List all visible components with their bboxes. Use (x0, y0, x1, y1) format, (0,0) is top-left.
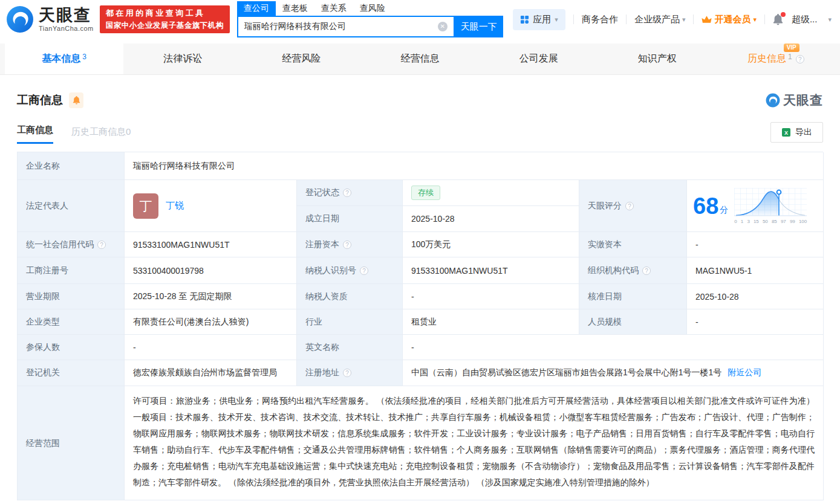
help-icon[interactable]: ? (343, 189, 351, 197)
label-reg-status: 登记状态 ? (297, 180, 403, 206)
label-approval-date: 核准日期 (579, 284, 687, 309)
tab-history-info[interactable]: VIP 历史信息 1 ? (717, 44, 835, 74)
field-label-text: 注册地址 (305, 367, 339, 378)
search-button[interactable]: 天眼一下 (455, 16, 503, 37)
value-business-term: 2025-10-28 至 无固定期限 (125, 284, 297, 309)
tab-legal-litigation[interactable]: 法律诉讼 (123, 44, 242, 74)
svg-text:X: X (784, 130, 788, 136)
value-reg-address: 中国（云南）自由贸易试验区德宏片区瑞丽市姐告会展路1号会展中心附1号一楼1号 附… (403, 360, 824, 386)
tab-intellectual-property[interactable]: 知识产权 (598, 44, 717, 74)
value-credit-code: 91533100MAG1NWU51T (125, 232, 297, 257)
label-credit-code: 统一社会信用代码 ? (18, 232, 125, 257)
search-area: 查公司 查老板 查关系 查风险 ✕ 天眼一下 (237, 1, 503, 37)
divider (764, 15, 765, 24)
header-nav: 应用 ▾ 商务合作 企业级产品 ▾ 开通会员 ▾ 超级... ▾ (513, 9, 832, 30)
value-taxpayer-id: 91533100MAG1NWU51T (403, 257, 579, 284)
label-est-date: 成立日期 (297, 206, 403, 232)
label-company-name: 企业名称 (18, 152, 125, 180)
nav-biz-cooperation[interactable]: 商务合作 (582, 14, 618, 25)
value-reg-authority: 德宏傣族景颇族自治州市场监督管理局 (125, 360, 297, 386)
legal-rep-link[interactable]: 丁锐 (166, 200, 184, 212)
value-org-code: MAG1NWU5-1 (687, 257, 824, 284)
tab-label: 经营风险 (282, 53, 321, 65)
score-axis-ticks: 0131550859799100 (734, 219, 807, 224)
promo-line1: 都在用的商业查询工具 (106, 8, 224, 19)
export-button[interactable]: X 导出 (770, 122, 823, 143)
nearby-companies-link[interactable]: 附近公司 (728, 367, 761, 378)
notification-bell-icon[interactable] (773, 14, 783, 25)
enterprise-label: 企业级产品 (634, 14, 680, 25)
watermark-logo-icon (766, 93, 780, 108)
label-company-type: 企业类型 (18, 309, 125, 335)
value-reg-status: 存续 (403, 180, 579, 206)
apps-label: 应用 (533, 14, 551, 25)
tab-count: 3 (82, 53, 86, 61)
tianyancha-logo[interactable]: 天眼查 TianYanCha.com (6, 5, 94, 33)
tab-count: 1 (788, 53, 792, 61)
tab-label: 基本信息 (42, 53, 80, 65)
help-icon[interactable]: ? (625, 202, 634, 210)
subtab-business-info[interactable]: 工商信息 (17, 124, 53, 144)
subtab-history-business-info[interactable]: 历史工商信息0 (71, 126, 131, 144)
nav-user-menu[interactable]: 超级... ▾ (792, 14, 832, 25)
help-icon[interactable]: ? (360, 267, 368, 275)
field-label-text: 天眼评分 (588, 201, 622, 212)
nav-open-vip[interactable]: 开通会员 ▾ (702, 14, 757, 25)
label-taxpayer-id: 纳税人识别号 ? (297, 257, 403, 284)
page: { "header": { "logo": { "brand": "天眼查", … (0, 0, 840, 504)
label-industry: 行业 (297, 309, 403, 335)
tab-label: 公司发展 (519, 53, 558, 65)
logo-brand-text: 天眼查 (39, 7, 94, 24)
search-tab-relation[interactable]: 查关系 (314, 1, 353, 16)
watermark-logo: 天眼查 (766, 92, 823, 109)
score-chart: 0131550859799100 (734, 188, 807, 224)
label-reg-capital: 注册资本 ? (297, 232, 403, 257)
business-info-table: 企业名称 瑞丽哈行网络科技有限公司 法定代表人 丁 丁锐 登记状态 ? 存续 成… (17, 152, 823, 500)
tianyancha-logo-icon (6, 5, 34, 33)
marker-pin (777, 190, 781, 194)
search-tabs: 查公司 查老板 查关系 查风险 (237, 1, 503, 16)
tab-company-development[interactable]: 公司发展 (480, 44, 598, 74)
help-icon[interactable]: ? (642, 267, 651, 275)
label-reg-address: 注册地址 ? (297, 360, 403, 386)
legal-rep-avatar[interactable]: 丁 (133, 193, 158, 219)
label-paid-capital: 实缴资本 (579, 232, 687, 257)
field-label-text: 纳税人识别号 (305, 265, 356, 276)
chevron-down-icon: ▾ (753, 16, 757, 24)
search-box: ✕ (237, 16, 455, 37)
label-org-code: 组织机构代码 ? (579, 257, 687, 284)
search-tab-boss[interactable]: 查老板 (276, 1, 314, 16)
field-label-text: 注册资本 (305, 239, 339, 250)
label-business-scope: 经营范围 (18, 386, 125, 500)
app-grid-icon (520, 15, 529, 24)
value-reg-capital: 100万美元 (403, 232, 579, 257)
value-approval-date: 2025-10-28 (687, 284, 824, 309)
help-icon[interactable]: ? (97, 241, 106, 249)
help-icon[interactable]: ? (343, 369, 351, 377)
export-label: 导出 (795, 127, 812, 138)
help-icon[interactable]: ? (796, 55, 804, 63)
value-reg-number: 533100400019798 (125, 257, 297, 284)
label-staff-size: 人员规模 (579, 309, 687, 335)
tab-basic-info[interactable]: 基本信息 3 (5, 44, 123, 74)
label-business-term: 营业期限 (18, 284, 125, 309)
score-unit: 分 (720, 205, 728, 216)
help-icon[interactable]: ? (343, 241, 351, 249)
apps-button[interactable]: 应用 ▾ (513, 9, 565, 30)
search-clear-icon[interactable]: ✕ (438, 22, 448, 31)
search-tab-risk[interactable]: 查风险 (353, 1, 392, 16)
nav-enterprise-products[interactable]: 企业级产品 ▾ (634, 14, 686, 25)
subscribe-bell-button[interactable] (69, 92, 83, 108)
value-company-name: 瑞丽哈行网络科技有限公司 (125, 152, 824, 180)
value-company-type: 有限责任公司(港澳台法人独资) (125, 309, 297, 335)
value-staff-size: - (687, 309, 824, 335)
tab-operation-risk[interactable]: 经营风险 (242, 44, 360, 74)
search-tab-company[interactable]: 查公司 (237, 1, 276, 16)
value-est-date: 2025-10-28 (403, 206, 579, 232)
value-business-scope: 许可项目：旅游业务；供电业务；网络预约出租汽车经营服务。 （依法须经批准的项目，… (125, 386, 824, 500)
tab-label: 知识产权 (638, 53, 677, 65)
field-label-text: 组织机构代码 (588, 265, 639, 276)
search-input[interactable] (238, 22, 438, 31)
tab-label: 法律诉讼 (163, 53, 202, 65)
tab-operation-info[interactable]: 经营信息 (360, 44, 479, 74)
